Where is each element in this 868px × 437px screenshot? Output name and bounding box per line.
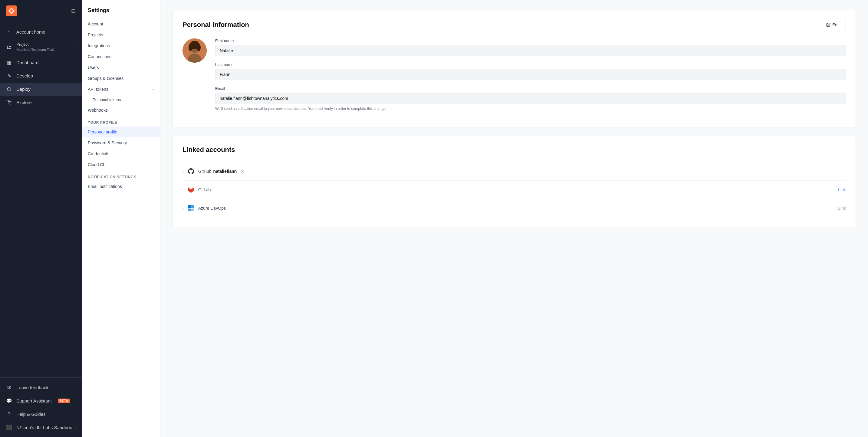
- chevron-right-icon[interactable]: ›: [183, 206, 184, 210]
- feedback-icon: ✉: [6, 384, 12, 391]
- settings-item-projects[interactable]: Projects: [82, 29, 160, 40]
- settings-item-label: Webhooks: [88, 108, 108, 113]
- last-name-label: Last name: [215, 62, 846, 67]
- logo-area: ⊟: [0, 0, 82, 22]
- settings-item-personal-tokens[interactable]: Personal tokens: [82, 95, 160, 105]
- settings-item-label: Personal tokens: [93, 97, 121, 102]
- sidebar-item-explore[interactable]: 🔭 Explore: [0, 96, 82, 109]
- sidebar-toggle-icon[interactable]: ⊟: [71, 7, 76, 14]
- linked-account-github: › GitHub nataliefiann ✕: [183, 162, 846, 181]
- email-field: Email natalie.fiann@fishtownanalytics.co…: [215, 86, 846, 112]
- first-name-field: First name Natalie: [215, 38, 846, 56]
- svg-rect-10: [191, 209, 194, 211]
- your-profile-section-label: Your profile: [82, 116, 160, 126]
- chevron-right-icon[interactable]: ›: [183, 188, 184, 192]
- settings-item-users[interactable]: Users: [82, 62, 160, 73]
- gitlab-link-button[interactable]: Link: [838, 187, 846, 192]
- settings-item-label: Credentials: [88, 151, 109, 156]
- logo[interactable]: [6, 5, 17, 17]
- settings-item-integrations[interactable]: Integrations: [82, 40, 160, 51]
- sandbox-icon: ⬛: [6, 424, 12, 430]
- settings-item-personal-profile[interactable]: Personal profile: [82, 126, 160, 137]
- linked-account-gitlab: › GitLab Link: [183, 181, 846, 199]
- home-icon: ⌂: [6, 29, 12, 35]
- settings-item-label: Groups & Licenses: [88, 76, 123, 81]
- settings-item-cloud-cli[interactable]: Cloud CLI: [82, 159, 160, 170]
- sidebar-item-dashboard[interactable]: ▦ Dashboard: [0, 56, 82, 69]
- chevron-right-icon: ›: [74, 45, 76, 49]
- settings-item-label: Account: [88, 22, 103, 26]
- chevron-right-icon: ›: [74, 412, 76, 416]
- linked-accounts-header: Linked accounts: [183, 146, 846, 154]
- settings-item-connections[interactable]: Connections: [82, 51, 160, 62]
- deploy-icon: ⬡: [6, 86, 12, 92]
- azure-devops-label: Azure DevOps: [198, 206, 226, 211]
- azure-icon: [187, 204, 195, 213]
- beta-badge: BETA: [58, 399, 70, 403]
- sidebar-item-label: NFiann's dbt Labs Sandbox: [17, 425, 72, 430]
- sidebar-item-label: Develop: [17, 73, 33, 79]
- sidebar-item-project[interactable]: 🗂 ProjectNataliedbtTestLearn Test1 ›: [0, 38, 82, 56]
- chevron-right-icon: ›: [74, 425, 76, 430]
- explore-icon: 🔭: [6, 100, 12, 105]
- pencil-icon: [826, 23, 831, 27]
- settings-item-label: Integrations: [88, 43, 110, 48]
- avatar-image: [183, 38, 207, 63]
- sidebar-item-help-guides[interactable]: ? Help & Guides ›: [0, 407, 82, 420]
- last-name-field: Last name Fiann: [215, 62, 846, 80]
- settings-item-groups-licenses[interactable]: Groups & Licenses: [82, 73, 160, 84]
- sidebar-item-account-home[interactable]: ⌂ Account home: [0, 25, 82, 38]
- settings-item-credentials[interactable]: Credentials: [82, 148, 160, 159]
- sidebar-item-deploy[interactable]: ⬡ Deploy ›: [0, 83, 82, 96]
- sidebar-item-label: Explore: [17, 100, 32, 105]
- email-hint: We'll send a verification email to your …: [215, 106, 846, 112]
- edit-button[interactable]: Edit: [820, 20, 846, 30]
- sidebar-item-support-assistant[interactable]: 💬 Support Assistant BETA: [0, 394, 82, 407]
- settings-item-label: Users: [88, 65, 99, 70]
- svg-point-6: [197, 44, 200, 51]
- avatar-area: [183, 38, 207, 63]
- svg-rect-7: [188, 205, 191, 208]
- settings-item-label: Personal profile: [88, 129, 117, 134]
- sidebar-item-label: Account home: [17, 29, 45, 34]
- develop-icon: ✎: [6, 73, 12, 79]
- settings-item-password-security[interactable]: Password & Security: [82, 137, 160, 148]
- first-name-value: Natalie: [215, 45, 846, 56]
- github-username: nataliefiann: [213, 169, 237, 174]
- gitlab-label: GitLab: [198, 187, 211, 192]
- sidebar-item-label: Help & Guides: [17, 412, 46, 417]
- settings-item-api-tokens[interactable]: API tokens ▾: [82, 84, 160, 95]
- sidebar-item-label: Support Assistant: [17, 398, 52, 403]
- settings-item-email-notifications[interactable]: Email notifications: [82, 181, 160, 192]
- project-icon: 🗂: [6, 44, 12, 50]
- sidebar-item-label: Dashboard: [17, 60, 38, 65]
- fields-area: First name Natalie Last name Fiann Email…: [215, 38, 846, 118]
- sidebar-item-sandbox[interactable]: ⬛ NFiann's dbt Labs Sandbox ›: [0, 420, 82, 434]
- settings-item-label: Cloud CLI: [88, 162, 106, 167]
- support-icon: 💬: [6, 398, 12, 404]
- chevron-right-icon[interactable]: ›: [183, 169, 184, 174]
- settings-item-account[interactable]: Account: [82, 19, 160, 29]
- settings-sidebar: Settings Account Projects Integrations C…: [82, 0, 160, 437]
- linked-accounts-list: › GitHub nataliefiann ✕ › GitLab: [183, 162, 846, 217]
- settings-item-webhooks[interactable]: Webhooks: [82, 105, 160, 116]
- github-icon: [187, 167, 195, 176]
- chevron-right-icon: ›: [74, 87, 76, 91]
- personal-info-form: First name Natalie Last name Fiann Email…: [183, 38, 846, 118]
- github-unlink-button[interactable]: ✕: [240, 168, 244, 174]
- chevron-right-icon: ›: [74, 74, 76, 78]
- settings-title: Settings: [82, 7, 160, 19]
- left-sidebar: ⊟ ⌂ Account home 🗂 ProjectNataliedbtTest…: [0, 0, 82, 437]
- sidebar-item-label: Leave feedback: [17, 385, 49, 390]
- sidebar-item-label: Deploy: [17, 87, 31, 92]
- avatar: [183, 38, 207, 63]
- personal-info-title: Personal information: [183, 21, 249, 29]
- azure-devops-link-button[interactable]: Link: [838, 206, 846, 211]
- sidebar-item-develop[interactable]: ✎ Develop ›: [0, 69, 82, 83]
- last-name-value: Fiann: [215, 69, 846, 80]
- sidebar-item-leave-feedback[interactable]: ✉ Leave feedback: [0, 381, 82, 394]
- dbt-logo-icon: [6, 5, 17, 17]
- email-value: natalie.fiann@fishtownanalytics.com: [215, 93, 846, 104]
- github-label: GitHub: [198, 169, 212, 174]
- help-icon: ?: [6, 411, 12, 417]
